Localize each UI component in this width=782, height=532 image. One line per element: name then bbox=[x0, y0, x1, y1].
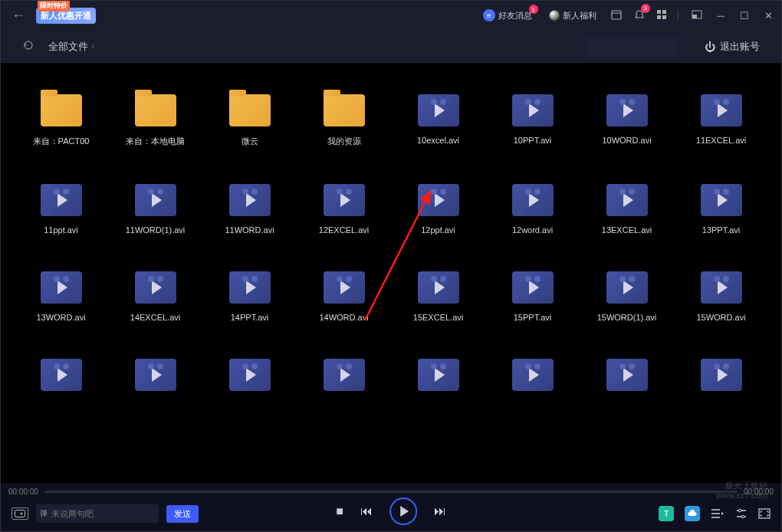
video-item[interactable] bbox=[488, 359, 577, 400]
stop-button[interactable]: ■ bbox=[336, 504, 343, 518]
svg-point-10 bbox=[21, 513, 23, 515]
video-item[interactable] bbox=[205, 359, 294, 400]
video-item[interactable]: 11WORD(1).avi bbox=[110, 184, 200, 235]
promo-main-label: 新人优惠开通 bbox=[41, 11, 91, 20]
file-label: 微云 bbox=[242, 136, 258, 147]
video-item[interactable] bbox=[676, 359, 766, 400]
svg-rect-2 bbox=[657, 10, 661, 14]
video-file-icon bbox=[701, 359, 742, 391]
video-item[interactable]: 14PPT.avi bbox=[205, 271, 294, 322]
file-label: 15PPT.avi bbox=[514, 313, 552, 322]
avatar-icon bbox=[549, 10, 560, 21]
chat-icon: ≡ bbox=[483, 9, 495, 21]
svg-rect-5 bbox=[662, 15, 666, 19]
video-item[interactable]: 12ppt.avi bbox=[393, 184, 483, 235]
video-file-icon bbox=[701, 184, 742, 216]
promo-top-label: 限时特价 bbox=[38, 0, 70, 11]
notification-icon[interactable]: 3 bbox=[633, 8, 646, 23]
video-item[interactable]: 13WORD.avi bbox=[16, 271, 106, 322]
video-file-icon bbox=[135, 184, 176, 216]
grid-icon[interactable] bbox=[656, 9, 667, 22]
video-file-icon bbox=[606, 94, 648, 126]
minimize-button[interactable]: ─ bbox=[715, 10, 727, 21]
file-label: 15WORD.avi bbox=[696, 313, 745, 322]
file-label: 13WORD.avi bbox=[36, 313, 85, 322]
video-item[interactable]: 15EXCEL.avi bbox=[393, 271, 483, 322]
video-item[interactable]: 12EXCEL.avi bbox=[299, 184, 389, 235]
video-item[interactable]: 10WORD.avi bbox=[582, 94, 672, 147]
file-label: 14PPT.avi bbox=[231, 313, 269, 322]
back-button[interactable]: ← bbox=[7, 8, 30, 24]
video-file-icon bbox=[418, 359, 459, 391]
file-label: 我的资源 bbox=[327, 136, 361, 147]
video-file-icon bbox=[324, 359, 365, 391]
video-item[interactable]: 13PPT.avi bbox=[676, 184, 766, 235]
svg-rect-0 bbox=[612, 11, 621, 19]
friend-message-button[interactable]: ≡ 好友消息 1 bbox=[480, 8, 535, 23]
calendar-icon[interactable] bbox=[610, 8, 623, 23]
video-item[interactable] bbox=[16, 359, 106, 400]
video-item[interactable] bbox=[393, 359, 483, 400]
svg-point-15 bbox=[738, 509, 741, 512]
folder-item[interactable]: 来自：PACT00 bbox=[16, 94, 106, 147]
video-file-icon bbox=[606, 359, 648, 391]
video-file-icon bbox=[418, 271, 459, 304]
settings-button[interactable] bbox=[735, 508, 748, 519]
folder-item[interactable]: 来自：本地电脑 bbox=[110, 94, 200, 147]
video-file-icon bbox=[701, 94, 742, 126]
video-file-icon bbox=[418, 94, 459, 126]
video-item[interactable]: 10excel.avi bbox=[393, 94, 483, 147]
maximize-button[interactable]: ☐ bbox=[738, 10, 751, 21]
promo-badge[interactable]: 限时特价 新人优惠开通 bbox=[36, 8, 96, 24]
video-item[interactable]: 14EXCEL.avi bbox=[110, 271, 200, 322]
logout-button[interactable]: ⏻ 退出账号 bbox=[705, 40, 760, 54]
progress-slider[interactable] bbox=[44, 491, 738, 493]
video-item[interactable]: 11ppt.avi bbox=[16, 184, 106, 235]
video-item[interactable]: 15WORD.avi bbox=[676, 271, 766, 322]
video-item[interactable]: 13EXCEL.avi bbox=[582, 184, 672, 235]
video-file-icon bbox=[512, 359, 554, 391]
mini-mode-button[interactable] bbox=[689, 10, 705, 21]
video-item[interactable]: 15PPT.avi bbox=[488, 271, 577, 322]
video-file-icon bbox=[41, 184, 82, 216]
danmu-input[interactable] bbox=[51, 509, 159, 518]
newcomer-label: 新人福利 bbox=[563, 10, 596, 21]
subheader: 全部文件 › ⏻ 退出账号 bbox=[1, 30, 781, 64]
file-label: 11EXCEL.avi bbox=[696, 136, 746, 145]
danmu-toggle[interactable] bbox=[12, 507, 28, 520]
folder-item[interactable]: 微云 bbox=[205, 94, 294, 147]
video-item[interactable]: 14WORD.avi bbox=[299, 271, 389, 322]
previous-button[interactable]: ⏮ bbox=[360, 504, 373, 518]
cloud-button[interactable] bbox=[685, 506, 700, 521]
files-area: 来自：PACT00来自：本地电脑微云我的资源10excel.avi10PPT.a… bbox=[1, 64, 781, 484]
power-icon: ⏻ bbox=[705, 41, 715, 53]
newcomer-button[interactable]: 新人福利 bbox=[546, 8, 600, 23]
breadcrumb-root: 全部文件 bbox=[48, 40, 88, 54]
play-button[interactable] bbox=[389, 498, 417, 525]
danmu-tag[interactable]: 弹 bbox=[36, 508, 51, 519]
send-button[interactable]: 发送 bbox=[166, 505, 199, 523]
time-current: 00:00:00 bbox=[8, 488, 38, 496]
breadcrumb[interactable]: 全部文件 › bbox=[48, 40, 94, 54]
folder-item[interactable]: 我的资源 bbox=[299, 94, 389, 147]
video-item[interactable]: 10PPT.avi bbox=[488, 94, 577, 147]
video-item[interactable] bbox=[582, 359, 672, 400]
playlist-button[interactable] bbox=[711, 508, 724, 519]
video-item[interactable] bbox=[299, 359, 389, 400]
danmu-input-wrap: 弹 bbox=[36, 504, 159, 523]
file-label: 10excel.avi bbox=[417, 136, 459, 145]
file-label: 12EXCEL.avi bbox=[319, 225, 369, 235]
video-file-icon bbox=[41, 359, 82, 391]
subtitle-button[interactable]: T bbox=[659, 506, 674, 521]
fullscreen-button[interactable] bbox=[758, 508, 770, 519]
video-item[interactable] bbox=[110, 359, 200, 400]
friend-message-label: 好友消息 bbox=[498, 10, 532, 21]
video-item[interactable]: 15WORD(1).avi bbox=[582, 271, 672, 322]
video-item[interactable]: 12word.avi bbox=[488, 184, 577, 235]
svg-rect-18 bbox=[759, 509, 770, 518]
video-item[interactable]: 11EXCEL.avi bbox=[676, 94, 766, 147]
next-button[interactable]: ⏭ bbox=[434, 504, 446, 518]
close-button[interactable]: ✕ bbox=[762, 10, 775, 21]
refresh-button[interactable] bbox=[22, 39, 34, 54]
video-item[interactable]: 11WORD.avi bbox=[205, 184, 294, 235]
